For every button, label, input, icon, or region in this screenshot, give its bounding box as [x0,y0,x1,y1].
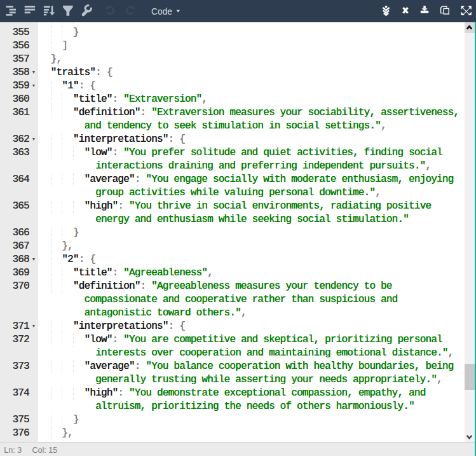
svg-text:Code: Code [151,7,172,17]
